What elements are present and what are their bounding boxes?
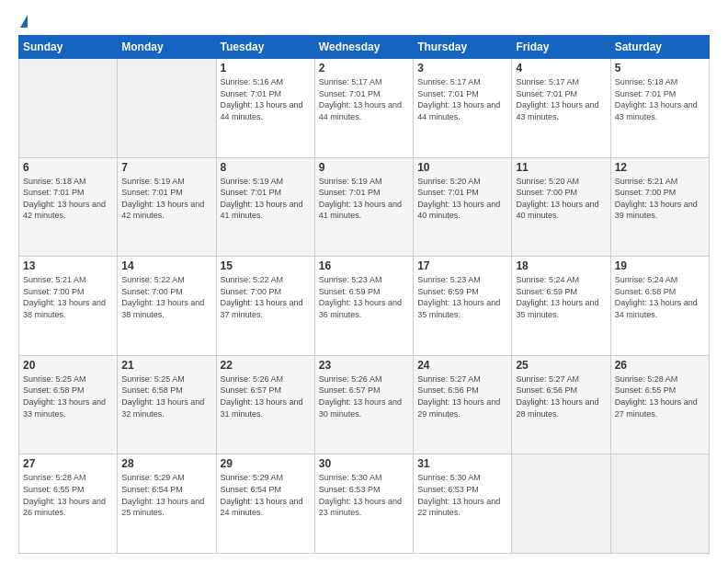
weekday-header-wednesday: Wednesday [314,36,413,59]
day-number: 26 [615,359,705,372]
week-row-5: 27Sunrise: 5:28 AMSunset: 6:55 PMDayligh… [19,454,710,554]
day-info: Sunrise: 5:23 AMSunset: 6:59 PMDaylight:… [319,274,409,320]
day-number: 17 [417,259,507,272]
calendar-cell: 2Sunrise: 5:17 AMSunset: 7:01 PMDaylight… [314,59,413,158]
day-info: Sunrise: 5:20 AMSunset: 7:00 PMDaylight:… [516,176,606,222]
calendar-cell: 9Sunrise: 5:19 AMSunset: 7:01 PMDaylight… [314,157,413,257]
day-info: Sunrise: 5:17 AMSunset: 7:01 PMDaylight:… [516,76,606,122]
day-number: 22 [221,359,311,372]
day-number: 11 [516,161,606,174]
day-number: 20 [23,359,113,372]
day-info: Sunrise: 5:21 AMSunset: 7:00 PMDaylight:… [23,274,113,320]
day-info: Sunrise: 5:17 AMSunset: 7:01 PMDaylight:… [417,76,507,122]
calendar-cell: 27Sunrise: 5:28 AMSunset: 6:55 PMDayligh… [19,454,118,554]
day-number: 12 [615,161,705,174]
calendar-cell: 7Sunrise: 5:19 AMSunset: 7:01 PMDaylight… [118,157,216,257]
day-number: 30 [319,457,409,470]
day-info: Sunrise: 5:27 AMSunset: 6:56 PMDaylight:… [417,373,507,419]
week-row-4: 20Sunrise: 5:25 AMSunset: 6:58 PMDayligh… [19,355,710,454]
day-info: Sunrise: 5:30 AMSunset: 6:53 PMDaylight:… [319,472,409,518]
day-info: Sunrise: 5:23 AMSunset: 6:59 PMDaylight:… [417,274,507,320]
calendar-cell [19,59,118,158]
calendar-cell: 30Sunrise: 5:30 AMSunset: 6:53 PMDayligh… [314,454,413,554]
logo [18,17,28,28]
day-info: Sunrise: 5:18 AMSunset: 7:01 PMDaylight:… [615,76,705,122]
calendar-cell: 20Sunrise: 5:25 AMSunset: 6:58 PMDayligh… [19,355,118,454]
day-number: 27 [23,457,113,470]
day-number: 1 [221,62,311,75]
week-row-2: 6Sunrise: 5:18 AMSunset: 7:01 PMDaylight… [19,157,710,257]
day-number: 31 [417,457,507,470]
weekday-header-thursday: Thursday [414,36,512,59]
day-info: Sunrise: 5:25 AMSunset: 6:58 PMDaylight:… [121,373,211,419]
day-info: Sunrise: 5:24 AMSunset: 6:59 PMDaylight:… [516,274,606,320]
calendar-table: SundayMondayTuesdayWednesdayThursdayFrid… [18,35,710,554]
day-number: 9 [319,161,409,174]
day-number: 24 [417,359,507,372]
day-info: Sunrise: 5:26 AMSunset: 6:57 PMDaylight:… [319,373,409,419]
calendar-cell: 4Sunrise: 5:17 AMSunset: 7:01 PMDaylight… [512,59,610,158]
weekday-header-monday: Monday [118,36,216,59]
day-info: Sunrise: 5:24 AMSunset: 6:58 PMDaylight:… [615,274,705,320]
weekday-header-row: SundayMondayTuesdayWednesdayThursdayFrid… [19,36,710,59]
day-info: Sunrise: 5:25 AMSunset: 6:58 PMDaylight:… [23,373,113,419]
day-number: 15 [221,259,311,272]
logo-triangle-icon [20,15,28,28]
week-row-3: 13Sunrise: 5:21 AMSunset: 7:00 PMDayligh… [19,257,710,356]
calendar-cell: 25Sunrise: 5:27 AMSunset: 6:56 PMDayligh… [512,355,610,454]
calendar-cell: 19Sunrise: 5:24 AMSunset: 6:58 PMDayligh… [610,257,709,356]
day-number: 18 [516,259,606,272]
calendar-cell [118,59,216,158]
day-number: 23 [319,359,409,372]
day-number: 2 [319,62,409,75]
day-number: 16 [319,259,409,272]
calendar-cell [610,454,709,554]
day-info: Sunrise: 5:19 AMSunset: 7:01 PMDaylight:… [221,176,311,222]
calendar-cell: 10Sunrise: 5:20 AMSunset: 7:01 PMDayligh… [414,157,512,257]
day-number: 13 [23,259,113,272]
week-row-1: 1Sunrise: 5:16 AMSunset: 7:01 PMDaylight… [19,59,710,158]
calendar-cell: 1Sunrise: 5:16 AMSunset: 7:01 PMDaylight… [216,59,314,158]
calendar-cell: 23Sunrise: 5:26 AMSunset: 6:57 PMDayligh… [314,355,413,454]
day-number: 4 [516,62,606,75]
day-number: 7 [121,161,211,174]
calendar-cell: 31Sunrise: 5:30 AMSunset: 6:53 PMDayligh… [414,454,512,554]
day-number: 5 [615,62,705,75]
calendar-cell: 16Sunrise: 5:23 AMSunset: 6:59 PMDayligh… [314,257,413,356]
calendar-cell: 5Sunrise: 5:18 AMSunset: 7:01 PMDaylight… [610,59,709,158]
day-info: Sunrise: 5:16 AMSunset: 7:01 PMDaylight:… [221,76,311,122]
weekday-header-saturday: Saturday [610,36,709,59]
day-info: Sunrise: 5:19 AMSunset: 7:01 PMDaylight:… [121,176,211,222]
calendar-cell: 17Sunrise: 5:23 AMSunset: 6:59 PMDayligh… [414,257,512,356]
day-info: Sunrise: 5:20 AMSunset: 7:01 PMDaylight:… [417,176,507,222]
day-number: 14 [121,259,211,272]
weekday-header-sunday: Sunday [19,36,118,59]
day-number: 19 [615,259,705,272]
calendar-cell: 8Sunrise: 5:19 AMSunset: 7:01 PMDaylight… [216,157,314,257]
day-info: Sunrise: 5:18 AMSunset: 7:01 PMDaylight:… [23,176,113,222]
calendar-cell: 12Sunrise: 5:21 AMSunset: 7:00 PMDayligh… [610,157,709,257]
day-info: Sunrise: 5:28 AMSunset: 6:55 PMDaylight:… [23,472,113,518]
day-info: Sunrise: 5:22 AMSunset: 7:00 PMDaylight:… [121,274,211,320]
calendar-cell: 18Sunrise: 5:24 AMSunset: 6:59 PMDayligh… [512,257,610,356]
calendar-cell: 22Sunrise: 5:26 AMSunset: 6:57 PMDayligh… [216,355,314,454]
day-number: 6 [23,161,113,174]
calendar-cell: 29Sunrise: 5:29 AMSunset: 6:54 PMDayligh… [216,454,314,554]
calendar-cell: 26Sunrise: 5:28 AMSunset: 6:55 PMDayligh… [610,355,709,454]
day-number: 8 [221,161,311,174]
day-number: 21 [121,359,211,372]
day-number: 10 [417,161,507,174]
calendar-cell: 28Sunrise: 5:29 AMSunset: 6:54 PMDayligh… [118,454,216,554]
day-number: 25 [516,359,606,372]
calendar-cell: 6Sunrise: 5:18 AMSunset: 7:01 PMDaylight… [19,157,118,257]
calendar-cell: 13Sunrise: 5:21 AMSunset: 7:00 PMDayligh… [19,257,118,356]
day-info: Sunrise: 5:29 AMSunset: 6:54 PMDaylight:… [221,472,311,518]
calendar-cell: 3Sunrise: 5:17 AMSunset: 7:01 PMDaylight… [414,59,512,158]
header [18,17,710,28]
weekday-header-tuesday: Tuesday [216,36,314,59]
weekday-header-friday: Friday [512,36,610,59]
calendar-cell: 21Sunrise: 5:25 AMSunset: 6:58 PMDayligh… [118,355,216,454]
day-info: Sunrise: 5:22 AMSunset: 7:00 PMDaylight:… [221,274,311,320]
calendar-cell: 11Sunrise: 5:20 AMSunset: 7:00 PMDayligh… [512,157,610,257]
day-number: 3 [417,62,507,75]
